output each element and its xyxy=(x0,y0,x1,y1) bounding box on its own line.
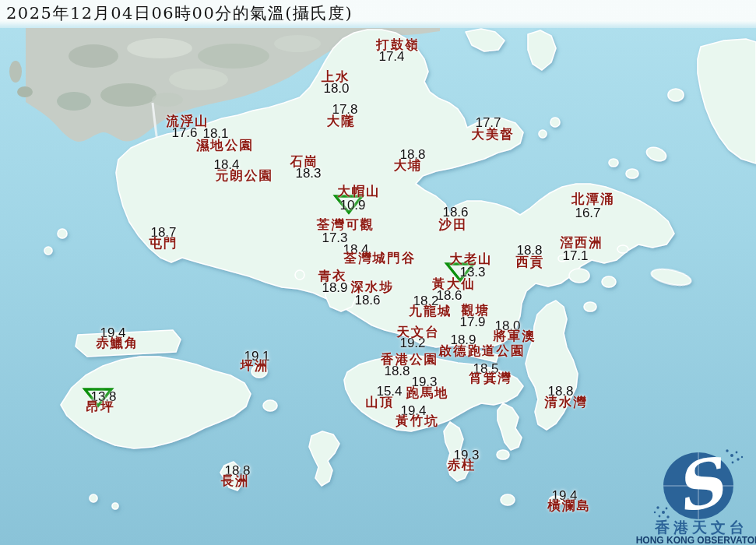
island xyxy=(602,276,616,287)
peng-chau-island xyxy=(251,365,267,378)
hei-ling-chau-island xyxy=(263,400,277,411)
island xyxy=(609,159,618,167)
island xyxy=(539,130,547,138)
island xyxy=(90,494,97,502)
title-band: 2025年12月04日06時00分的氣溫(攝氏度) xyxy=(0,0,756,28)
island xyxy=(501,494,515,505)
island xyxy=(550,118,560,127)
island xyxy=(549,496,563,505)
temperature-map-screen: S 香港天文台 HONG KONG OBSERVATORY 17.4打鼓嶺18.… xyxy=(0,0,756,545)
island xyxy=(44,247,52,255)
island xyxy=(668,89,684,101)
map-title: 2025年12月04日06時00分的氣溫(攝氏度) xyxy=(6,2,353,24)
logo-name-cn: 香港天文台 xyxy=(654,519,748,536)
island xyxy=(617,245,628,253)
island xyxy=(584,302,596,311)
tsing-yi-island xyxy=(325,280,357,311)
logo-name-en: HONG KONG OBSERVATORY xyxy=(636,535,756,545)
hong-kong-map: S 香港天文台 HONG KONG OBSERVATORY xyxy=(0,0,756,545)
ma-wan-island xyxy=(295,270,304,280)
island xyxy=(497,450,509,459)
island xyxy=(558,255,566,262)
kau-sai-chau-island xyxy=(569,269,589,283)
island xyxy=(58,229,67,238)
island xyxy=(112,503,118,509)
island xyxy=(626,169,638,178)
airport-island xyxy=(76,330,181,357)
